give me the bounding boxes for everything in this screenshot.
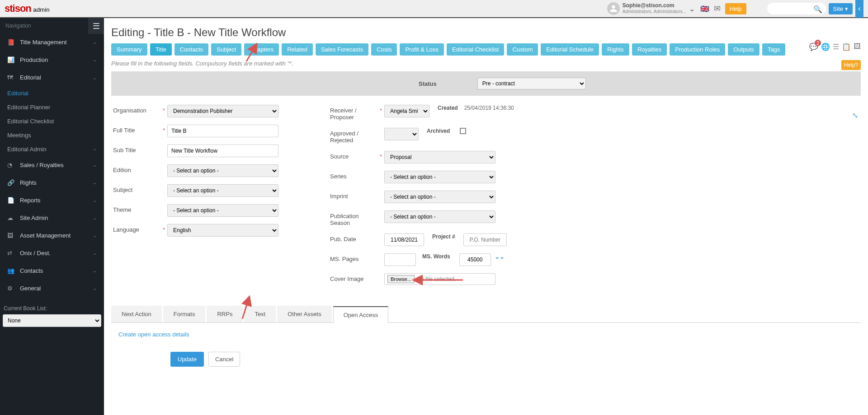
tab-title[interactable]: Title xyxy=(150,43,172,56)
series-select[interactable]: - Select an option - xyxy=(384,171,495,183)
cover-image-file[interactable]: Browse... No file selected. xyxy=(384,273,495,285)
sidebar-item-production[interactable]: 📊Production⌄ xyxy=(0,51,104,69)
user-icon xyxy=(609,5,618,13)
chevron-down-icon: ⌄ xyxy=(93,197,97,203)
approved-select[interactable] xyxy=(384,128,419,140)
sidebar-sub-editorial-planner[interactable]: Editorial Planner xyxy=(0,100,104,114)
tab-production-roles[interactable]: Production Roles xyxy=(670,43,725,56)
sub-title-input[interactable] xyxy=(167,145,278,157)
sidebar-sub-meetings[interactable]: Meetings xyxy=(0,128,104,142)
browse-button[interactable]: Browse... xyxy=(387,275,415,283)
no-file-text: No file selected. xyxy=(417,276,456,282)
user-email: Sophie@stison.com xyxy=(623,3,686,9)
language-select[interactable]: English xyxy=(167,224,278,237)
sub-title-label: Sub Title xyxy=(113,145,163,154)
imprint-select[interactable]: - Select an option - xyxy=(384,191,495,203)
cancel-button[interactable]: Cancel xyxy=(208,352,240,367)
subtab-rrps[interactable]: RRPs xyxy=(207,306,243,322)
ms-pages-input[interactable] xyxy=(384,253,416,266)
tab-profit-loss[interactable]: Profit & Loss xyxy=(400,43,444,56)
image-icon[interactable]: 🖼 xyxy=(854,42,861,51)
globe-icon[interactable]: 🌐 xyxy=(821,42,830,51)
project-input[interactable] xyxy=(463,233,507,246)
sidebar-item-sales-royalties[interactable]: ◔Sales / Royalties⌄ xyxy=(0,156,104,174)
archived-checkbox[interactable] xyxy=(460,128,466,134)
tab-subject[interactable]: Subject xyxy=(211,43,241,56)
list-icon[interactable]: ☰ xyxy=(833,42,839,51)
project-label: Project # xyxy=(432,233,455,240)
sidebar-item-reports[interactable]: 📄Reports⌄ xyxy=(0,191,104,209)
collapse-icon[interactable]: ⤡ xyxy=(852,111,858,120)
sidebar-item-onix[interactable]: ⇄Onix / Dest.⌄ xyxy=(0,244,104,262)
sidebar-sub-editorial-admin[interactable]: Editorial Admin⌄ xyxy=(0,142,104,156)
comments-icon[interactable]: 💬2 xyxy=(809,42,818,51)
help-button[interactable]: Help xyxy=(725,3,746,14)
receiver-select[interactable]: Angela Smith xyxy=(384,105,429,117)
ms-words-input[interactable] xyxy=(459,253,491,266)
tab-rights[interactable]: Rights xyxy=(602,43,629,56)
chevron-down-icon: ⌄ xyxy=(93,180,97,186)
sidebar-sub-editorial-checklist[interactable]: Editorial Checklist xyxy=(0,114,104,128)
subtab-text[interactable]: Text xyxy=(244,306,276,322)
subject-select[interactable]: - Select an option - xyxy=(167,184,278,197)
expand-icon[interactable]: ⌄⌄ xyxy=(495,253,505,260)
create-open-access-link[interactable]: Create open access details xyxy=(118,331,189,338)
site-button[interactable]: Site▾ xyxy=(829,3,853,14)
subtab-other-assets[interactable]: Other Assets xyxy=(277,306,331,322)
pub-season-select[interactable]: - Select an option - xyxy=(384,210,495,223)
tab-chapters[interactable]: Chapters xyxy=(244,43,279,56)
pub-season-label: Publication Season xyxy=(330,210,380,226)
sidebar-item-title-management[interactable]: 📕Title Management⌄ xyxy=(0,33,104,51)
sidebar-item-asset-management[interactable]: 🖼Asset Management⌄ xyxy=(0,227,104,244)
cover-image-label: Cover Image xyxy=(330,273,380,282)
help-question-button[interactable]: Help? xyxy=(841,60,861,70)
tab-costs[interactable]: Costs xyxy=(371,43,397,56)
tab-custom[interactable]: Custom xyxy=(507,43,538,56)
tabs-row: SummaryTitleContactsSubjectChaptersRelat… xyxy=(111,43,861,56)
logo: stison admin xyxy=(5,3,50,14)
full-title-input[interactable] xyxy=(167,125,278,137)
chevron-down-icon: ⌄ xyxy=(93,215,97,221)
sidebar-sub-editorial[interactable]: Editorial xyxy=(0,86,104,100)
tab-outputs[interactable]: Outputs xyxy=(728,43,760,56)
tab-contacts[interactable]: Contacts xyxy=(175,43,208,56)
open-access-body: Create open access details Update Cancel xyxy=(111,323,861,374)
tab-royalties[interactable]: Royalties xyxy=(632,43,667,56)
edition-select[interactable]: - Select an option - xyxy=(167,164,278,177)
subtab-next-action[interactable]: Next Action xyxy=(111,306,162,322)
sidebar-item-general[interactable]: ⚙General⌄ xyxy=(0,280,104,297)
tab-editorial-checklist[interactable]: Editorial Checklist xyxy=(447,43,504,56)
language-label: Language xyxy=(113,224,163,233)
sidebar-item-editorial[interactable]: 🗺Editorial⌃ xyxy=(0,69,104,86)
status-bar: Status Pre - contract xyxy=(111,71,861,96)
subtab-open-access[interactable]: Open Access xyxy=(333,306,389,323)
theme-select[interactable]: - Select an option - xyxy=(167,204,278,217)
user-block[interactable]: Sophie@stison.com Administrators, Admini… xyxy=(607,2,695,15)
link-icon: 🔗 xyxy=(7,179,15,186)
side-toggle[interactable]: ‹ xyxy=(855,0,863,18)
booklist-select[interactable]: None xyxy=(3,314,101,327)
tab-summary[interactable]: Summary xyxy=(111,43,147,56)
pub-date-input[interactable] xyxy=(384,233,424,246)
tab-editorial-schedule[interactable]: Editorial Schedule xyxy=(541,43,599,56)
tab-related[interactable]: Related xyxy=(282,43,313,56)
subtab-formats[interactable]: Formats xyxy=(163,306,206,322)
organisation-select[interactable]: Demonstration Publisher xyxy=(167,105,278,117)
book-icon: 📕 xyxy=(7,39,15,46)
note-icon[interactable]: 📋 xyxy=(842,42,851,51)
organisation-label: Organisation xyxy=(113,105,163,114)
pie-icon: ◔ xyxy=(7,162,15,168)
source-select[interactable]: Proposal xyxy=(384,151,495,163)
sidebar-item-site-admin[interactable]: ☁Site Admin⌄ xyxy=(0,209,104,227)
sidebar-item-rights[interactable]: 🔗Rights⌄ xyxy=(0,174,104,191)
tab-tags[interactable]: Tags xyxy=(762,43,785,56)
sidebar-item-contacts[interactable]: 👥Contacts⌄ xyxy=(0,262,104,280)
envelope-icon[interactable]: ✉ xyxy=(714,4,721,14)
status-select[interactable]: Pre - contract xyxy=(477,78,586,89)
hamburger-button[interactable]: ☰ xyxy=(88,18,104,34)
search-icon[interactable]: 🔍 xyxy=(813,5,822,14)
cloud-icon: ☁ xyxy=(7,214,15,221)
flag-icon[interactable]: 🇬🇧 xyxy=(700,5,709,13)
tab-sales-forecasts[interactable]: Sales Forecasts xyxy=(316,43,368,56)
update-button[interactable]: Update xyxy=(170,352,204,367)
